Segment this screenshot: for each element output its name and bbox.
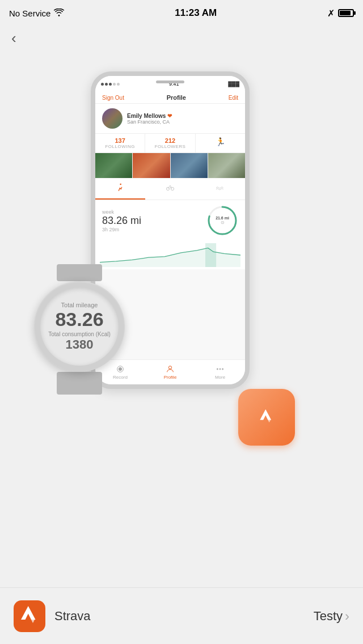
followers-stat: 212 FOLLOWERS xyxy=(145,134,195,152)
watch-mockup: Total mileage 83.26 Total consumption (K… xyxy=(23,264,136,395)
phone-stats: 137 FOLLOWING 212 FOLLOWERS 🏃 xyxy=(95,133,245,153)
strava-app-icon xyxy=(14,600,45,632)
signal-dots xyxy=(101,83,120,86)
carrier-text: No Service xyxy=(9,9,50,18)
profile-info: Emily Mellows ❤ San Francisco, CA xyxy=(127,113,172,125)
followers-count: 212 xyxy=(145,137,195,144)
svg-point-10 xyxy=(220,368,221,370)
phone-nav-title: Profile xyxy=(167,94,186,101)
strava-floating-icon xyxy=(238,389,295,446)
action-label: Testy xyxy=(314,609,343,624)
photo-3 xyxy=(171,153,208,178)
bottom-row: Strava Testy › xyxy=(0,587,363,644)
status-time: 11:23 AM xyxy=(175,7,217,19)
watch-band-bottom xyxy=(57,372,102,395)
kudos-icon: 🏃 xyxy=(196,137,245,146)
phone-nav: Sign Out Profile Edit xyxy=(95,92,245,104)
followers-label: FOLLOWERS xyxy=(145,144,195,149)
following-count: 137 xyxy=(95,137,145,144)
phone-battery-text: ▓▓▓ xyxy=(228,81,239,87)
wifi-icon xyxy=(54,9,64,18)
activity-time: 3h 29m xyxy=(102,227,141,232)
watch-miles: 83.26 xyxy=(55,310,103,329)
dot-2 xyxy=(105,83,108,86)
photo-2 xyxy=(133,153,170,178)
chevron-right-icon: › xyxy=(345,608,349,624)
phone-activity: week 83.26 mi 3h 29m 21.6 mi ⊙ xyxy=(95,200,245,241)
profile-name: Emily Mellows ❤ xyxy=(127,113,172,119)
photo-1 xyxy=(95,153,132,178)
back-button[interactable]: ‹ xyxy=(11,29,16,47)
more-label: More xyxy=(215,375,225,380)
status-right: ✗ xyxy=(327,8,354,19)
phone-photos xyxy=(95,153,245,178)
dot-1 xyxy=(101,83,104,86)
kudos-stat: 🏃 xyxy=(196,134,245,152)
photo-4 xyxy=(208,153,245,178)
phone-status-bar: 9:41 ▓▓▓ xyxy=(95,76,245,92)
app-name: Strava xyxy=(54,609,314,624)
status-left: No Service xyxy=(9,9,64,18)
activity-miles: 83.26 mi xyxy=(102,215,141,227)
dot-4 xyxy=(113,83,116,86)
heart-icon: ❤ xyxy=(167,113,172,119)
dot-5 xyxy=(117,83,120,86)
watch-face: Total mileage 83.26 Total consumption (K… xyxy=(40,287,119,366)
bluetooth-icon: ✗ xyxy=(327,8,335,19)
edit-button[interactable]: Edit xyxy=(229,95,238,101)
svg-rect-5 xyxy=(205,243,216,267)
watch-kcal: 1380 xyxy=(66,337,94,352)
status-bar: No Service 11:23 AM ✗ xyxy=(0,0,363,26)
watch-band-top xyxy=(57,264,102,281)
tab-cycling[interactable] xyxy=(145,179,195,200)
following-stat: 137 FOLLOWING xyxy=(95,134,145,152)
svg-point-9 xyxy=(217,368,218,370)
circle-miles: 21.6 mi xyxy=(216,216,229,220)
strava-small-logo xyxy=(21,606,38,626)
activity-left: week 83.26 mi 3h 29m xyxy=(102,209,141,232)
watch-total-label: Total mileage xyxy=(61,302,98,308)
svg-point-11 xyxy=(222,368,223,370)
watch-consumption-label: Total consumption (Kcal) xyxy=(48,331,111,337)
tab-swimming[interactable] xyxy=(195,179,245,200)
phone-speaker xyxy=(156,80,184,83)
profile-location: San Francisco, CA xyxy=(127,119,172,125)
svg-point-8 xyxy=(168,366,171,369)
watch-body: Total mileage 83.26 Total consumption (K… xyxy=(34,281,125,372)
sign-out-button[interactable]: Sign Out xyxy=(102,95,124,101)
phone-activity-tabs xyxy=(95,179,245,200)
phone-profile: Emily Mellows ❤ San Francisco, CA xyxy=(95,104,245,133)
profile-avatar xyxy=(102,108,123,129)
battery-indicator xyxy=(338,9,354,17)
battery-fill xyxy=(340,11,351,15)
profile-label: Profile xyxy=(164,375,177,380)
circle-progress: 21.6 mi ⊙ xyxy=(206,205,238,236)
strava-logo-svg xyxy=(259,409,275,425)
compass-icon: ⊙ xyxy=(216,220,229,225)
main-content: 9:41 ▓▓▓ Sign Out Profile Edit Emily Mel… xyxy=(0,26,363,644)
action-right[interactable]: Testy › xyxy=(314,608,349,624)
phone-nav-more[interactable]: More xyxy=(195,360,245,384)
circle-inner: 21.6 mi ⊙ xyxy=(216,216,229,225)
following-label: FOLLOWING xyxy=(95,144,145,149)
week-label: week xyxy=(102,209,141,215)
phone-nav-profile[interactable]: Profile xyxy=(145,360,195,384)
tab-running[interactable] xyxy=(95,179,145,200)
dot-3 xyxy=(109,83,112,86)
